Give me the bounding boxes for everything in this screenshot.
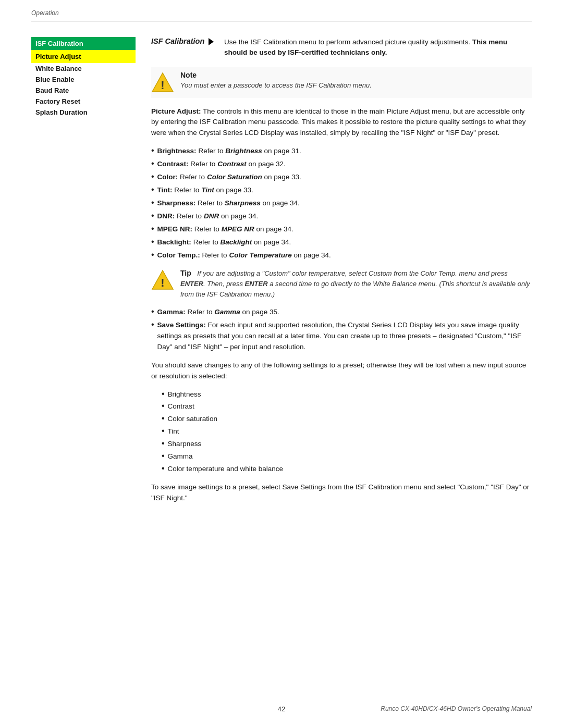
list-item: Brightness: Refer to Brightness on page … [151, 146, 532, 157]
list-item: Color saturation [162, 414, 532, 425]
tip-box: ! Tip If you are adjusting a "Custom" co… [151, 268, 532, 300]
list-item: Gamma: Refer to Gamma on page 35. [151, 307, 532, 318]
footer-page-number: 42 [278, 705, 285, 713]
list-item: Contrast [162, 401, 532, 412]
note-label-area: Note You must enter a passcode to access… [180, 71, 372, 91]
list-item: Color temperature and white balance [162, 464, 532, 475]
sidebar-item-isf-calibration[interactable]: ISF Calibration [31, 37, 136, 50]
section-label: Operation [31, 9, 59, 17]
bullet-list-2: Gamma: Refer to Gamma on page 35. Save S… [151, 307, 532, 353]
sub-bullet-list: Brightness Contrast Color saturation Tin… [162, 389, 532, 475]
tip-warning-icon: ! [151, 268, 174, 291]
sidebar: ISF Calibration Picture Adjust White Bal… [31, 37, 136, 511]
tip-label: Tip [180, 269, 195, 277]
list-item: Sharpness [162, 439, 532, 450]
svg-text:!: ! [161, 276, 164, 289]
main-content: ISF Calibration Picture Adjust White Bal… [0, 21, 563, 532]
picture-adjust-body: Picture Adjust: The controls in this men… [151, 106, 532, 139]
list-item: Gamma [162, 451, 532, 462]
note-box: ! Note You must enter a passcode to acce… [151, 67, 532, 98]
sidebar-item-factory-reset[interactable]: Factory Reset [31, 96, 136, 107]
list-item: Contrast: Refer to Contrast on page 32. [151, 159, 532, 170]
isf-heading-row: ISF Calibration Use the ISF Calibration … [151, 37, 532, 58]
final-para: To save image settings to a preset, sele… [151, 482, 532, 504]
tip-text: If you are adjusting a "Custom" color te… [180, 269, 530, 298]
sidebar-item-splash-duration[interactable]: Splash Duration [31, 107, 136, 118]
list-item: Sharpness: Refer to Sharpness on page 34… [151, 198, 532, 209]
page-header: Operation [0, 0, 563, 21]
list-item: Backlight: Refer to Backlight on page 34… [151, 237, 532, 248]
isf-calibration-label: ISF Calibration [151, 37, 219, 45]
list-item: Save Settings: For each input and suppor… [151, 320, 532, 353]
footer-manual-title: Runco CX-40HD/CX-46HD Owner's Operating … [381, 705, 532, 712]
page-footer: 42 Runco CX-40HD/CX-46HD Owner's Operati… [0, 705, 563, 712]
list-item: Tint [162, 426, 532, 437]
list-item: Tint: Refer to Tint on page 33. [151, 185, 532, 196]
list-item: Color: Refer to Color Saturation on page… [151, 172, 532, 183]
isf-heading-text: ISF Calibration [151, 37, 204, 45]
save-para: You should save changes to any of the fo… [151, 360, 532, 382]
list-item: Color Temp.: Refer to Color Temperature … [151, 250, 532, 261]
note-warning-icon: ! [151, 71, 174, 94]
note-label: Note [180, 71, 372, 79]
content-area: ISF Calibration Use the ISF Calibration … [151, 37, 532, 511]
sidebar-item-white-balance[interactable]: White Balance [31, 63, 136, 74]
svg-text:!: ! [161, 79, 164, 92]
bullet-list-1: Brightness: Refer to Brightness on page … [151, 146, 532, 261]
isf-intro-text: Use the ISF Calibration menu to perform … [224, 37, 532, 58]
note-text: You must enter a passcode to access the … [180, 80, 372, 91]
sidebar-item-blue-enable[interactable]: Blue Enable [31, 74, 136, 85]
arrow-right-icon [209, 38, 214, 45]
tip-label-area: Tip If you are adjusting a "Custom" colo… [180, 268, 532, 300]
sidebar-item-picture-adjust[interactable]: Picture Adjust [31, 50, 136, 63]
page-container: Operation ISF Calibration Picture Adjust… [0, 0, 563, 728]
list-item: DNR: Refer to DNR on page 34. [151, 211, 532, 222]
list-item: Brightness [162, 389, 532, 400]
sidebar-item-baud-rate[interactable]: Baud Rate [31, 85, 136, 96]
list-item: MPEG NR: Refer to MPEG NR on page 34. [151, 224, 532, 235]
